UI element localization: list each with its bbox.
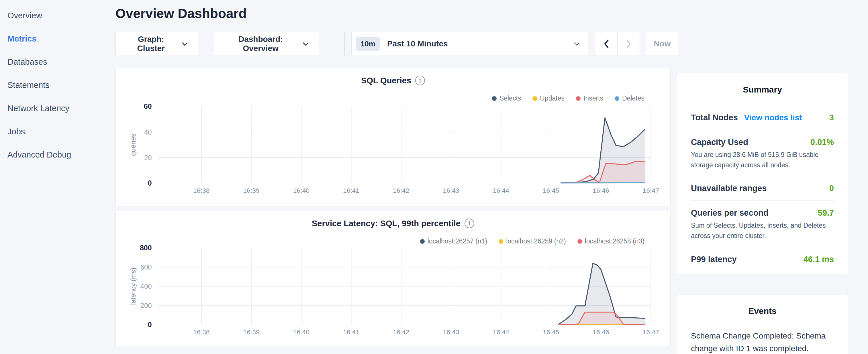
svg-text:16:44: 16:44 [493, 187, 509, 194]
sidebar-item-statements[interactable]: Statements [0, 74, 116, 97]
info-icon[interactable]: i [415, 75, 425, 85]
sql-queries-chart[interactable]: 16:3816:3916:4016:4116:4216:4316:4416:45… [116, 68, 670, 206]
summary-description: Sum of Selects, Updates, Inserts, and De… [691, 221, 834, 241]
summary-title: Summary [691, 85, 834, 95]
dashboard-dropdown-label: Dashboard: Overview [224, 35, 298, 53]
svg-text:16:45: 16:45 [543, 187, 559, 194]
divider [691, 200, 834, 201]
chart-title: SQL Queries [361, 76, 411, 85]
divider [691, 130, 834, 130]
event-message: Schema Change Completed: Schema change w… [691, 330, 834, 354]
graph-dropdown-label: Graph: Cluster [125, 35, 177, 53]
divider [691, 247, 834, 247]
now-button[interactable]: Now [646, 32, 679, 56]
info-icon[interactable]: i [465, 219, 474, 228]
event-item[interactable]: Schema Change Completed: Schema change w… [691, 330, 834, 354]
summary-label: Unavailable ranges [691, 184, 767, 193]
svg-text:16:43: 16:43 [443, 328, 459, 336]
legend-dot-icon [420, 239, 425, 244]
legend-dot-icon [578, 239, 582, 244]
svg-text:16:42: 16:42 [393, 328, 409, 336]
app-window: Overview Metrics Databases Statements Ne… [0, 0, 868, 354]
chart-legend: SelectsUpdatesInsertsDeletes [492, 95, 645, 102]
legend-item: localhost:26259 (n2) [499, 237, 566, 245]
legend-item: localhost:26258 (n3) [578, 237, 645, 245]
svg-text:800: 800 [140, 244, 152, 252]
legend-dot-icon [492, 96, 497, 101]
summary-row-capacity: Capacity Used 0.01% [691, 136, 834, 149]
svg-text:0: 0 [148, 179, 152, 187]
svg-text:16:41: 16:41 [343, 187, 359, 194]
toolbar-divider [344, 32, 345, 56]
svg-text:0: 0 [148, 321, 152, 328]
summary-label: Capacity Used [691, 137, 748, 147]
svg-text:latency (ms): latency (ms) [129, 267, 137, 305]
main-content: Overview Dashboard Graph: Cluster Dashbo… [116, 0, 679, 347]
svg-text:16:40: 16:40 [293, 187, 309, 194]
summary-row-total-nodes: Total Nodes View nodes list 3 [691, 111, 834, 124]
sql-queries-card: SQL Queries i SelectsUpdatesInsertsDelet… [116, 68, 671, 207]
svg-text:60: 60 [144, 102, 152, 110]
chevron-down-icon [303, 42, 309, 46]
summary-label: Total Nodes [691, 113, 738, 122]
sidebar-item-overview[interactable]: Overview [0, 4, 116, 27]
svg-text:16:43: 16:43 [443, 187, 459, 194]
summary-value: 0.01% [810, 137, 834, 147]
sidebar-item-jobs[interactable]: Jobs [0, 120, 116, 143]
dashboard-dropdown[interactable]: Dashboard: Overview [214, 32, 319, 56]
svg-text:600: 600 [141, 263, 152, 271]
svg-text:16:46: 16:46 [593, 328, 609, 336]
sidebar-item-databases[interactable]: Databases [0, 51, 116, 74]
summary-label: Queries per second [691, 208, 769, 218]
right-sidebar: Summary Total Nodes View nodes list 3 Ca… [677, 73, 848, 354]
page-title: Overview Dashboard [116, 6, 679, 21]
summary-label: P99 latency [691, 255, 737, 264]
chevron-left-icon [603, 39, 609, 48]
view-nodes-link[interactable]: View nodes list [744, 113, 802, 122]
service-latency-card: Service Latency: SQL, 99th percentile i … [116, 211, 671, 347]
svg-text:20: 20 [144, 154, 152, 162]
svg-text:queries: queries [129, 133, 137, 156]
summary-panel: Summary Total Nodes View nodes list 3 Ca… [677, 73, 848, 274]
sidebar-item-advanced-debug[interactable]: Advanced Debug [0, 143, 116, 166]
toolbar: Graph: Cluster Dashboard: Overview 10m P… [116, 32, 679, 56]
svg-text:16:40: 16:40 [293, 328, 309, 336]
events-title: Events [691, 306, 834, 316]
svg-text:16:42: 16:42 [393, 187, 409, 194]
next-time-button[interactable] [617, 32, 640, 56]
summary-value: 0 [829, 184, 834, 193]
legend-item: Selects [492, 95, 521, 102]
svg-text:16:38: 16:38 [193, 328, 210, 336]
time-step-buttons [595, 32, 640, 56]
chart-title: Service Latency: SQL, 99th percentile [312, 219, 461, 228]
legend-dot-icon [615, 96, 619, 101]
chevron-down-icon [182, 42, 188, 46]
time-window-picker[interactable]: 10m Past 10 Minutes [351, 32, 588, 56]
legend-dot-icon [576, 96, 581, 101]
summary-value: 46.1 ms [804, 255, 834, 264]
summary-row-qps: Queries per second 59.7 [691, 206, 834, 219]
svg-text:16:39: 16:39 [243, 328, 259, 336]
sidebar-item-network-latency[interactable]: Network Latency [0, 97, 116, 120]
divider [691, 176, 834, 176]
legend-item: localhost:26257 (n1) [420, 237, 487, 245]
summary-row-unavailable-ranges: Unavailable ranges 0 [691, 182, 834, 195]
svg-text:200: 200 [141, 301, 152, 309]
svg-text:40: 40 [144, 128, 152, 136]
svg-text:16:47: 16:47 [643, 328, 659, 336]
service-latency-chart[interactable]: 16:3816:3916:4016:4116:4216:4316:4416:45… [116, 211, 670, 347]
events-panel: Events Schema Change Completed: Schema c… [677, 295, 848, 354]
svg-text:16:38: 16:38 [193, 187, 210, 194]
svg-text:400: 400 [141, 282, 152, 290]
legend-dot-icon [532, 96, 537, 101]
sidebar-item-metrics[interactable]: Metrics [0, 27, 116, 51]
svg-text:16:45: 16:45 [543, 328, 559, 336]
legend-item: Updates [532, 95, 564, 102]
legend-item: Inserts [576, 95, 603, 102]
time-window-badge: 10m [356, 37, 380, 51]
graph-dropdown[interactable]: Graph: Cluster [116, 32, 198, 56]
svg-text:16:41: 16:41 [343, 328, 359, 336]
prev-time-button[interactable] [595, 32, 618, 56]
chevron-down-icon [574, 42, 580, 46]
legend-item: Deletes [615, 95, 645, 102]
